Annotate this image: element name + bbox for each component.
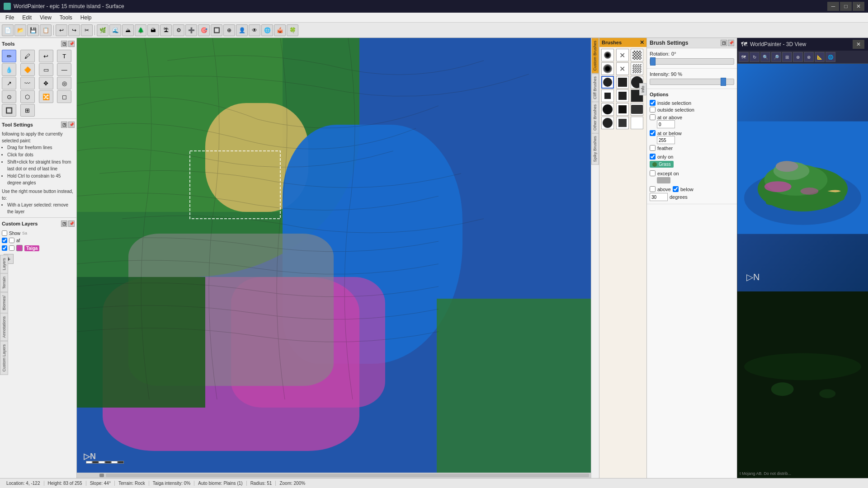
tool-arrow[interactable]: ↗	[2, 77, 16, 89]
menu-file[interactable]: File	[2, 14, 18, 22]
tool-box[interactable]: 🔲	[2, 104, 16, 117]
layer-af-checkbox[interactable]	[2, 238, 7, 243]
tb-save[interactable]: 💾	[27, 24, 39, 36]
tool-circle[interactable]: ◎	[57, 77, 71, 89]
bs-float-btn[interactable]: ◳	[721, 40, 727, 46]
tools-float-btn[interactable]: ◳	[61, 41, 67, 47]
custom-layers-float-btn[interactable]: ◳	[61, 221, 67, 227]
vtab-terrain[interactable]: Terrain	[0, 273, 8, 292]
layer-taiga-checkbox2[interactable]	[9, 245, 14, 251]
at-or-above-checkbox[interactable]	[650, 114, 656, 120]
tool-text[interactable]: T	[57, 50, 71, 62]
brush-dark-sq[interactable]	[616, 103, 629, 116]
above-checkbox[interactable]	[650, 186, 656, 192]
brush-tab-spiky[interactable]: Spiky Brushes	[591, 133, 599, 165]
tb-btn16[interactable]: 🍀	[287, 24, 298, 36]
except-on-checkbox[interactable]	[650, 170, 656, 176]
tool-brush[interactable]: ✏	[2, 50, 16, 62]
layer-show-checkbox[interactable]	[2, 230, 7, 236]
brush-cross-2[interactable]: ✕	[616, 62, 629, 75]
vtab-annotations[interactable]: Annotations	[0, 313, 8, 341]
brush-tab-other[interactable]: Other Brushes	[591, 102, 599, 133]
tb-cut[interactable]: ✂	[81, 24, 93, 36]
close-button[interactable]: ✕	[853, 2, 864, 11]
inside-selection-checkbox[interactable]	[650, 100, 656, 106]
outside-selection-label[interactable]: outside selection	[650, 107, 734, 113]
custom-layers-pin-btn[interactable]: 📌	[68, 221, 75, 227]
tool-settings-float-btn[interactable]: ◳	[61, 122, 67, 128]
at-or-above-input[interactable]	[657, 120, 675, 128]
outside-selection-checkbox[interactable]	[650, 107, 656, 113]
bs-pin-btn[interactable]: 📌	[728, 40, 734, 46]
below-label[interactable]: below	[673, 186, 693, 192]
layer-taiga-checkbox[interactable]	[2, 245, 7, 251]
scroll-thumb[interactable]	[99, 474, 104, 477]
v3d-btn2[interactable]: ↻	[750, 52, 760, 62]
v3d-btn1[interactable]: 🗺	[739, 52, 749, 62]
brush-settings-controls[interactable]: ◳ 📌	[721, 40, 734, 46]
custom-layers-controls[interactable]: ◳ 📌	[61, 221, 75, 227]
brush-soft-sm[interactable]	[601, 49, 614, 61]
scroll-track[interactable]	[106, 474, 589, 477]
v3d-btn9[interactable]: 🌐	[826, 52, 835, 62]
brush-pad[interactable]	[631, 103, 643, 116]
tb-btn13[interactable]: 👁	[249, 24, 260, 36]
tb-btn11[interactable]: ⊕	[223, 24, 235, 36]
tool-hex[interactable]: ⬡	[20, 90, 35, 103]
brush-panel-close-btn[interactable]: ✕	[640, 39, 644, 46]
at-or-below-input[interactable]	[657, 136, 675, 144]
brush-sq-md[interactable]	[616, 89, 629, 102]
vtab-layers[interactable]: Layers	[0, 255, 8, 273]
brush-sq6[interactable]	[616, 117, 629, 129]
at-or-below-label[interactable]: at or below	[650, 130, 734, 136]
layer-af-checkbox2[interactable]	[9, 238, 14, 243]
tb-save-as[interactable]: 📋	[40, 24, 52, 36]
brush-tab-cliff[interactable]: Cliff Brushes	[591, 74, 599, 102]
feather-label[interactable]: feather	[650, 145, 734, 151]
tb-btn6[interactable]: 🏝	[160, 24, 172, 36]
title-controls[interactable]: ─ □ ✕	[827, 2, 864, 11]
tool-water[interactable]: 💧	[2, 63, 16, 76]
tb-btn10[interactable]: 🔲	[211, 24, 222, 36]
map-scrollbar[interactable]	[77, 473, 591, 478]
tb-btn5[interactable]: 🏔	[147, 24, 159, 36]
tb-btn3[interactable]: ⛰	[122, 24, 134, 36]
tb-btn15[interactable]: 🎪	[274, 24, 286, 36]
tb-btn7[interactable]: ⚙	[173, 24, 184, 36]
tool-line[interactable]: —	[57, 63, 71, 76]
v3d-btn3[interactable]: 🔍	[760, 52, 770, 62]
tool-settings-controls[interactable]: ◳ 📌	[61, 122, 75, 128]
menu-tools[interactable]: Tools	[56, 14, 76, 22]
tb-btn12[interactable]: 👤	[236, 24, 248, 36]
brush-round-soft[interactable]	[601, 103, 614, 116]
tool-move[interactable]: ✥	[39, 77, 53, 89]
tb-new[interactable]: 📄	[2, 24, 14, 36]
tb-btn1[interactable]: 🌿	[97, 24, 108, 36]
above-label[interactable]: above	[650, 186, 671, 192]
v3d-btn7[interactable]: ⊗	[804, 52, 814, 62]
brush-square-1[interactable]	[616, 76, 629, 89]
tool-undo[interactable]: ↩	[39, 50, 53, 62]
vtab-biomes[interactable]: Biomes/	[0, 292, 8, 314]
tb-redo[interactable]: ↪	[68, 24, 80, 36]
tools-controls[interactable]: ◳ 📌	[61, 41, 75, 47]
tb-btn4[interactable]: 🌲	[135, 24, 146, 36]
menu-help[interactable]: Help	[77, 14, 95, 22]
v3d-btn6[interactable]: ⊕	[793, 52, 803, 62]
tb-open[interactable]: 📂	[14, 24, 26, 36]
menu-edit[interactable]: Edit	[19, 14, 35, 22]
v3d-btn8[interactable]: 📐	[815, 52, 825, 62]
at-or-below-checkbox[interactable]	[650, 130, 656, 136]
tb-btn8[interactable]: ➕	[185, 24, 197, 36]
tool-curve[interactable]: 〰	[20, 77, 35, 89]
tool-transform[interactable]: 🔀	[39, 90, 53, 103]
rotation-slider[interactable]	[650, 58, 734, 65]
tb-btn2[interactable]: 🌊	[109, 24, 121, 36]
brush-noise-1[interactable]	[631, 49, 643, 61]
v3d-btn4[interactable]: 🔎	[771, 52, 781, 62]
at-or-above-label[interactable]: at or above	[650, 114, 734, 120]
tools-pin-btn[interactable]: 📌	[68, 41, 75, 47]
tb-btn9[interactable]: 🎯	[198, 24, 210, 36]
tb-undo[interactable]: ↩	[56, 24, 67, 36]
brush-cross-1[interactable]: ✕	[616, 49, 629, 61]
